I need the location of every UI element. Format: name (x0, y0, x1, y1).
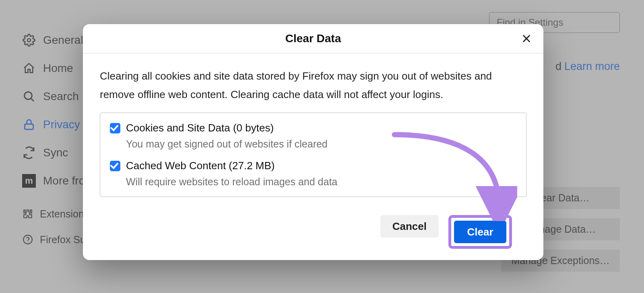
dialog-footer: Cancel Clear (100, 215, 526, 260)
dialog-title: Clear Data (285, 32, 341, 45)
option-cached-web-content: Cached Web Content (27.2 MB) Will requir… (110, 160, 516, 188)
clear-button[interactable]: Clear (454, 221, 506, 243)
checkbox-cookies[interactable] (110, 123, 120, 133)
close-icon[interactable] (521, 33, 532, 44)
option-cookies-site-data: Cookies and Site Data (0 bytes) You may … (110, 122, 516, 150)
option-label: Cached Web Content (27.2 MB) (126, 160, 275, 172)
dialog-description: Clearing all cookies and site data store… (100, 67, 526, 104)
dialog-header: Clear Data (83, 24, 543, 53)
cancel-button[interactable]: Cancel (380, 215, 439, 238)
clear-data-dialog: Clear Data Clearing all cookies and site… (83, 24, 543, 260)
option-description: Will require websites to reload images a… (126, 176, 516, 188)
dialog-body: Clearing all cookies and site data store… (83, 53, 543, 260)
checkbox-cache[interactable] (110, 161, 120, 171)
option-label: Cookies and Site Data (0 bytes) (126, 122, 274, 134)
annotation-highlight-box: Clear (448, 215, 512, 249)
option-description: You may get signed out of websites if cl… (126, 138, 516, 150)
options-group: Cookies and Site Data (0 bytes) You may … (100, 113, 526, 197)
